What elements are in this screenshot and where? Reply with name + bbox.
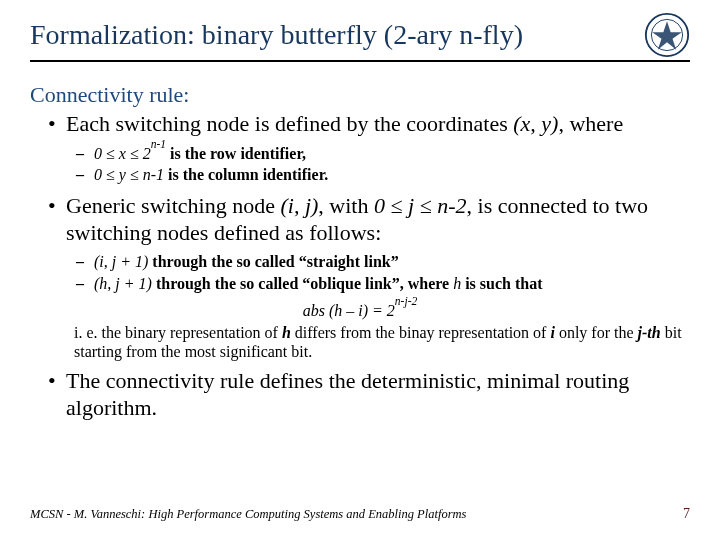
node-h-j1: (h, j + 1) [94, 275, 152, 292]
text: is such that [461, 275, 542, 292]
subbullet-row-id: 0 ≤ x ≤ 2n-1 is the row identifier, [76, 144, 690, 164]
slide-title: Formalization: binary butterfly (2-ary n… [30, 19, 523, 51]
subheading: Connectivity rule: [30, 82, 690, 109]
title-bar: Formalization: binary butterfly (2-ary n… [30, 12, 690, 62]
text: is the column identifier. [164, 166, 328, 183]
footer-text: MCSN - M. Vanneschi: High Performance Co… [30, 507, 466, 522]
node-i-j1: (i, j + 1) [94, 253, 148, 270]
math: 0 ≤ j ≤ n-2 [374, 193, 467, 218]
text: , where [558, 111, 623, 136]
subbullet-oblique-link: (h, j + 1) through the so called “obliqu… [76, 274, 690, 294]
text: Generic switching node [66, 193, 280, 218]
text: through the so called [148, 253, 298, 270]
text: , where [400, 275, 453, 292]
page-number: 7 [683, 506, 690, 522]
note-binary-rep: i. e. the binary representation of h dif… [74, 323, 690, 362]
math: 0 ≤ x ≤ 2n-1 [94, 145, 166, 162]
quote-oblique: “oblique link” [302, 275, 399, 292]
text: through the so called [152, 275, 302, 292]
subbullet-col-id: 0 ≤ y ≤ n-1 is the column identifier. [76, 165, 690, 185]
coord-xy: (x, y) [513, 111, 558, 136]
subbullet-straight-link: (i, j + 1) through the so called “straig… [76, 252, 690, 272]
bullet-routing: The connectivity rule defines the determ… [48, 368, 690, 422]
university-seal-icon [644, 12, 690, 58]
coord-ij: (i, j) [280, 193, 318, 218]
text: is the row identifier, [166, 145, 306, 162]
equation-abs: abs (h – i) = 2n-j-2 [30, 301, 690, 321]
bullet-define-node: Each switching node is defined by the co… [48, 111, 690, 138]
math: 0 ≤ y ≤ n-1 [94, 166, 164, 183]
slide-body: Connectivity rule: Each switching node i… [30, 82, 690, 422]
text: Each switching node is defined by the co… [66, 111, 513, 136]
quote-straight: “straight link” [299, 253, 399, 270]
bullet-generic-node: Generic switching node (i, j), with 0 ≤ … [48, 193, 690, 247]
text: , with [318, 193, 374, 218]
var-h: h [453, 275, 461, 292]
